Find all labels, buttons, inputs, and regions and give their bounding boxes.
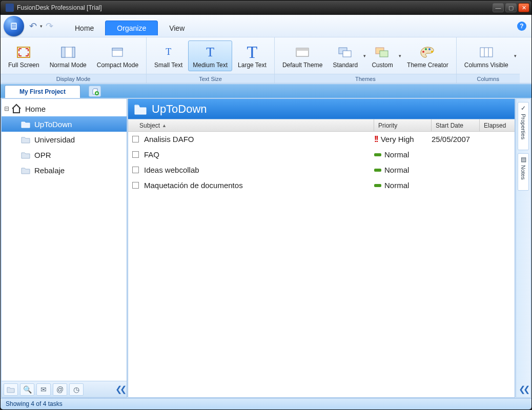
full-screen-button[interactable]: Full Screen [4, 40, 44, 71]
columns-icon [479, 43, 494, 61]
tree-node-label: UpToDown [34, 120, 72, 129]
tree-node-label: Rebalaje [34, 166, 65, 175]
sidebar: ⊟ Home UpToDownUniversidadOPRRebalaje 🔍 … [1, 98, 127, 398]
ribbon-tabstrip: ↶ ▾ ↷ Home Organize View ? [1, 15, 531, 37]
svg-rect-7 [72, 47, 75, 57]
tree-node-folder[interactable]: UpToDown [2, 116, 127, 132]
app-menu-orb[interactable] [4, 16, 24, 36]
tree-node-folder[interactable]: OPR [2, 147, 127, 162]
svg-rect-20 [480, 48, 493, 57]
sidebar-folder-button[interactable] [4, 383, 18, 396]
ribbon-group-textsize: T Small Text T Medium Text T Large Text … [147, 37, 275, 83]
task-subject: Analisis DAFO [144, 135, 194, 144]
compact-mode-button[interactable]: Compact Mode [92, 40, 143, 71]
dropdown-icon[interactable]: ▾ [399, 53, 401, 58]
columns-visible-button[interactable]: Columns Visible ▾ [460, 40, 517, 71]
dropdown-icon[interactable]: ▾ [363, 53, 366, 58]
task-priority: Normal [384, 150, 409, 159]
task-row[interactable]: Ideas webcollabNormal [128, 162, 515, 178]
normal-mode-icon [60, 43, 76, 61]
close-button[interactable]: ✕ [518, 3, 529, 12]
task-row[interactable]: Analisis DAFO!!Very High25/05/2007 [128, 132, 515, 147]
notes-pane-tab[interactable]: ▤Notes [518, 153, 529, 191]
undo-dropdown-icon[interactable]: ▾ [40, 24, 43, 29]
task-priority: Normal [384, 166, 409, 174]
tree-node-label: Universidad [34, 135, 75, 144]
col-start-date[interactable]: Start Date [432, 119, 480, 131]
large-text-button[interactable]: T Large Text [233, 40, 271, 71]
content-header: UpToDown [128, 98, 515, 119]
tab-home[interactable]: Home [64, 21, 105, 35]
ribbon-body: Full Screen Normal Mode Compact Mode Dis… [1, 37, 531, 84]
tree-node-home[interactable]: ⊟ Home [2, 101, 127, 116]
task-checkbox[interactable] [132, 151, 139, 158]
task-checkbox[interactable] [132, 167, 139, 173]
new-project-button[interactable] [89, 86, 101, 97]
standard-theme-button[interactable]: Standard ▾ [328, 40, 366, 71]
task-start-date: 25/05/2007 [432, 135, 480, 144]
content-title: UpToDown [152, 102, 207, 116]
folder-icon [20, 165, 31, 176]
tree-node-label: Home [25, 105, 46, 113]
svg-rect-13 [343, 51, 351, 57]
sidebar-mail-button[interactable]: ✉ [36, 383, 51, 396]
default-theme-button[interactable]: Default Theme [278, 40, 328, 71]
task-checkbox[interactable] [132, 136, 139, 142]
custom-theme-button[interactable]: Custom ▾ [367, 40, 401, 71]
col-priority[interactable]: Priority [374, 119, 432, 131]
project-tabstrip: My First Project [1, 84, 531, 98]
task-row[interactable]: Maquetación de documentosNormal [128, 178, 515, 193]
properties-pane-tab[interactable]: ✓Properties [518, 102, 529, 150]
minimize-button[interactable]: — [493, 3, 504, 12]
fullscreen-icon [16, 43, 31, 61]
project-tab[interactable]: My First Project [5, 85, 80, 98]
tree-node-folder[interactable]: Rebalaje [2, 162, 127, 178]
ribbon-group-themes: Default Theme Standard ▾ Custom ▾ [275, 37, 457, 83]
sidebar-clock-button[interactable]: ◷ [69, 383, 84, 396]
svg-point-19 [431, 51, 433, 53]
priority-normal-icon [374, 169, 381, 172]
svg-rect-15 [380, 51, 388, 57]
redo-button[interactable]: ↷ [46, 20, 53, 32]
folder-icon [20, 118, 31, 130]
grid-header: Subject▲ Priority Start Date Elapsed [128, 119, 515, 132]
notes-icon: ▤ [521, 156, 526, 163]
task-subject: FAQ [144, 150, 159, 159]
priority-normal-icon [374, 153, 381, 156]
task-checkbox[interactable] [132, 182, 139, 189]
sidebar-at-button[interactable]: @ [53, 383, 67, 396]
small-text-icon: T [166, 43, 171, 61]
svg-rect-9 [112, 48, 122, 50]
dropdown-icon[interactable]: ▾ [514, 53, 517, 58]
col-elapsed[interactable]: Elapsed [480, 119, 515, 131]
ribbon-group-display-caption: Display Mode [1, 74, 146, 83]
sidebar-collapse-button[interactable]: ❮❮ [115, 384, 125, 394]
ribbon-group-display: Full Screen Normal Mode Compact Mode Dis… [1, 37, 147, 83]
theme-creator-button[interactable]: Theme Creator [402, 40, 453, 71]
folder-icon [133, 102, 148, 116]
tab-organize[interactable]: Organize [105, 20, 158, 35]
collapse-icon[interactable]: ⊟ [4, 105, 10, 112]
statusbar: Showing 4 of 4 tasks [1, 398, 531, 409]
medium-text-button[interactable]: T Medium Text [188, 40, 232, 71]
normal-mode-button[interactable]: Normal Mode [45, 40, 91, 71]
titlebar: FusionDesk Professional [Trial] — ▢ ✕ [1, 1, 531, 15]
right-collapse-button[interactable]: ❮❮ [519, 384, 528, 394]
small-text-button[interactable]: T Small Text [150, 40, 187, 71]
default-theme-icon [295, 43, 310, 61]
maximize-button[interactable]: ▢ [505, 3, 517, 12]
grid-body: Analisis DAFO!!Very High25/05/2007FAQNor… [128, 132, 515, 397]
standard-theme-icon [338, 43, 353, 61]
quick-access-toolbar: ↶ ▾ ↷ [29, 20, 53, 32]
help-button[interactable]: ? [517, 22, 526, 31]
col-subject[interactable]: Subject▲ [128, 119, 374, 131]
app-icon [6, 4, 14, 12]
task-row[interactable]: FAQNormal [128, 147, 515, 162]
undo-button[interactable]: ↶ [29, 20, 37, 32]
tab-view[interactable]: View [158, 21, 196, 35]
sidebar-search-button[interactable]: 🔍 [20, 383, 34, 396]
main-area: ⊟ Home UpToDownUniversidadOPRRebalaje 🔍 … [1, 98, 531, 398]
tree-node-folder[interactable]: Universidad [2, 132, 127, 147]
ribbon-group-textsize-caption: Text Size [147, 74, 274, 83]
sort-asc-icon: ▲ [162, 123, 167, 128]
